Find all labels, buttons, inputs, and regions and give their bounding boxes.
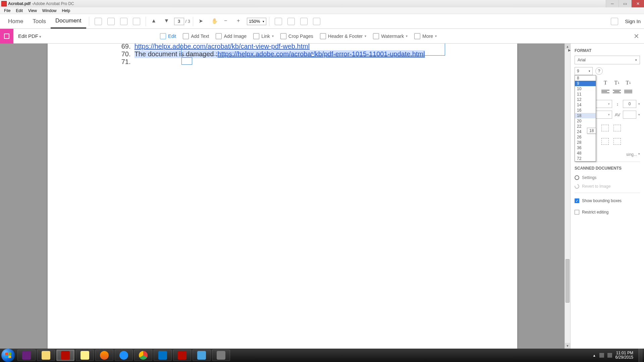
tray-chevron-icon[interactable]: ▲ bbox=[593, 354, 596, 357]
minimize-button[interactable]: ─ bbox=[606, 0, 619, 7]
titlebar: Acrobat.pdf - Adobe Acrobat Pro DC ─ ▭ ✕ bbox=[0, 0, 644, 7]
taskbar-ie[interactable] bbox=[115, 350, 133, 361]
align-objects-icon[interactable] bbox=[613, 125, 621, 131]
taskbar-acrobat[interactable] bbox=[56, 350, 74, 361]
text-color-button[interactable]: T bbox=[601, 79, 609, 86]
panel-collapse-icon[interactable]: ▶ bbox=[568, 48, 571, 52]
zoom-select[interactable]: 150%▾ bbox=[247, 18, 266, 25]
taskbar-sticky-notes[interactable] bbox=[76, 350, 94, 361]
selection-box-71[interactable] bbox=[181, 57, 192, 65]
font-size-dropdown[interactable]: 8 9 10 11 12 14 16 18 20 22 24 26 28 36 … bbox=[575, 75, 596, 162]
page-up-icon[interactable]: ▲ bbox=[151, 18, 159, 25]
revert-icon bbox=[574, 183, 580, 189]
font-family-select[interactable]: Arial▾ bbox=[575, 56, 640, 64]
restrict-editing-checkbox[interactable]: Restrict editing bbox=[575, 210, 640, 215]
size-tooltip: 18 bbox=[587, 128, 596, 134]
settings-link[interactable]: Settings bbox=[575, 175, 640, 180]
tab-home[interactable]: Home bbox=[3, 15, 28, 28]
align-left-button[interactable] bbox=[601, 89, 609, 96]
superscript-button[interactable]: T1 bbox=[613, 79, 621, 86]
print-icon[interactable] bbox=[107, 18, 115, 25]
info-icon[interactable]: ? bbox=[595, 67, 603, 75]
more-tool[interactable]: More bbox=[414, 33, 437, 39]
taskbar-explorer[interactable] bbox=[37, 350, 55, 361]
search-icon[interactable] bbox=[133, 18, 140, 25]
fit-page-icon[interactable] bbox=[287, 18, 295, 25]
fullscreen-icon[interactable] bbox=[300, 18, 308, 25]
page-down-icon[interactable]: ▼ bbox=[164, 18, 171, 25]
document-area[interactable]: 69. https://helpx.adobe.com/acrobat/kb/c… bbox=[0, 44, 565, 349]
taskbar-firefox[interactable] bbox=[95, 350, 113, 361]
font-size-select[interactable]: 9▾ bbox=[575, 67, 593, 75]
workspace: ▶ 69. https://helpx.adobe.com/acrobat/kb… bbox=[0, 44, 644, 349]
menubar: File Edit View Window Help bbox=[0, 7, 644, 14]
page-total: / 3 bbox=[185, 19, 190, 24]
crop-icon[interactable] bbox=[601, 125, 609, 131]
scroll-down-icon[interactable]: ▼ bbox=[565, 343, 570, 349]
page-number-input[interactable] bbox=[174, 18, 184, 25]
zoom-in-icon[interactable]: + bbox=[237, 18, 244, 25]
save-icon[interactable] bbox=[95, 18, 102, 25]
scroll-thumb[interactable] bbox=[566, 259, 570, 303]
format-panel: ▶ FORMAT Arial▾ 9▾ ? 8 9 10 11 12 14 16 … bbox=[570, 44, 644, 349]
taskbar-visual-studio[interactable] bbox=[17, 350, 36, 361]
selection-box[interactable] bbox=[181, 44, 445, 56]
taskbar: ▲ 11:01 PM6/29/2015 bbox=[0, 349, 644, 362]
taskbar-app2[interactable] bbox=[212, 350, 230, 361]
subscript-button[interactable]: T1 bbox=[624, 79, 632, 86]
close-panel-icon[interactable]: ✕ bbox=[634, 32, 639, 40]
edit-pdf-dropdown[interactable]: Edit PDF bbox=[13, 33, 46, 39]
spacing-value[interactable]: 0 bbox=[623, 100, 636, 108]
tray-volume-icon[interactable] bbox=[607, 353, 612, 358]
menu-view[interactable]: View bbox=[25, 8, 40, 14]
watermark-tool[interactable]: Watermark bbox=[373, 33, 408, 39]
select-tool-icon[interactable]: ➤ bbox=[199, 18, 206, 25]
edit-badge-icon[interactable] bbox=[0, 29, 13, 44]
checkbox-icon bbox=[575, 210, 579, 215]
align-center-button[interactable] bbox=[613, 89, 621, 96]
format-title: FORMAT bbox=[571, 44, 644, 56]
edit-pdf-toolbar: Edit PDF Edit Add Text Add Image Link Cr… bbox=[0, 29, 644, 44]
tray-clock[interactable]: 11:01 PM6/29/2015 bbox=[615, 351, 633, 360]
app-icon bbox=[1, 1, 7, 6]
pdf-page[interactable]: 69. https://helpx.adobe.com/acrobat/kb/c… bbox=[48, 44, 517, 349]
tab-document[interactable]: Document bbox=[51, 14, 86, 28]
sign-in-link[interactable]: Sign In bbox=[625, 18, 641, 24]
revert-link[interactable]: Revert to Image bbox=[575, 184, 640, 189]
char-spacing-value[interactable] bbox=[623, 111, 636, 119]
crop-pages-tool[interactable]: Crop Pages bbox=[280, 33, 313, 39]
add-image-tool[interactable]: Add Image bbox=[216, 33, 247, 39]
menu-file[interactable]: File bbox=[1, 8, 13, 14]
navbar: Home Tools Document ▲ ▼ / 3 ➤ ✋ − + 150%… bbox=[0, 14, 644, 29]
header-footer-tool[interactable]: Header & Footer bbox=[320, 33, 367, 39]
flip-icon[interactable] bbox=[613, 138, 621, 145]
vertical-scrollbar[interactable]: ▲ ▼ bbox=[565, 44, 570, 349]
show-desktop-button[interactable] bbox=[639, 349, 643, 362]
zoom-out-icon[interactable]: − bbox=[224, 18, 231, 25]
link-tool[interactable]: Link bbox=[253, 33, 274, 39]
start-button[interactable] bbox=[1, 349, 15, 362]
tab-tools[interactable]: Tools bbox=[28, 15, 51, 28]
taskbar-reader[interactable] bbox=[173, 350, 191, 361]
title-appname: Adobe Acrobat Pro DC bbox=[33, 1, 74, 6]
taskbar-chrome[interactable] bbox=[134, 350, 152, 361]
align-justify-button[interactable] bbox=[624, 89, 632, 96]
taskbar-app1[interactable] bbox=[193, 350, 211, 361]
read-mode-icon[interactable] bbox=[313, 18, 320, 25]
hand-tool-icon[interactable]: ✋ bbox=[211, 18, 219, 25]
email-icon[interactable] bbox=[120, 18, 127, 25]
taskbar-outlook[interactable] bbox=[154, 350, 172, 361]
edit-tool[interactable]: Edit bbox=[160, 33, 176, 39]
menu-edit[interactable]: Edit bbox=[13, 8, 25, 14]
tray-icon-1[interactable] bbox=[599, 353, 604, 358]
add-text-tool[interactable]: Add Text bbox=[183, 33, 209, 39]
close-button[interactable]: ✕ bbox=[631, 0, 644, 7]
maximize-button[interactable]: ▭ bbox=[619, 0, 631, 7]
arrange-icon[interactable] bbox=[601, 138, 609, 145]
notes-icon[interactable] bbox=[611, 18, 618, 25]
fit-width-icon[interactable] bbox=[275, 18, 282, 25]
show-bounding-checkbox[interactable]: ✓ Show bounding boxes bbox=[575, 198, 640, 203]
text-line-71[interactable]: 71. bbox=[115, 58, 450, 66]
menu-help[interactable]: Help bbox=[59, 8, 73, 14]
menu-window[interactable]: Window bbox=[40, 8, 59, 14]
